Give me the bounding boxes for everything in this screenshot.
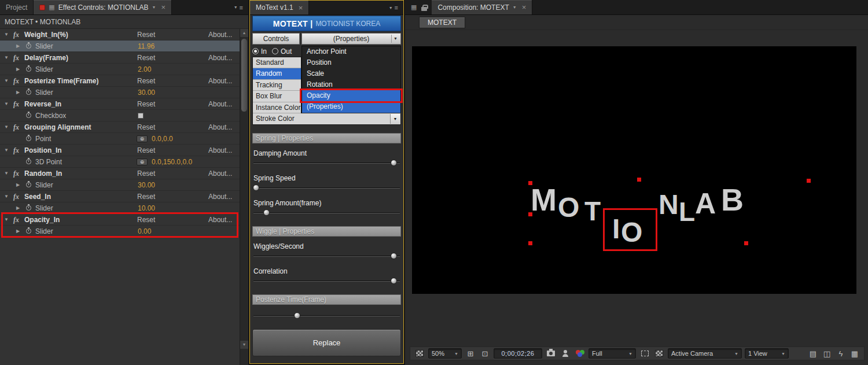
about-link[interactable]: About...: [208, 214, 232, 226]
tab-motext[interactable]: MoText v1.1 ×: [250, 1, 309, 14]
param-header-row[interactable]: ▼fxSeed_InResetAbout...: [0, 191, 240, 202]
mask-visibility-icon[interactable]: ⊡: [479, 348, 491, 359]
reset-link[interactable]: Reset: [137, 168, 155, 179]
collapse-triangle-icon[interactable]: ▼: [4, 145, 9, 156]
param-value-row[interactable]: Point⊕0.0,0.0: [0, 133, 240, 145]
reset-link[interactable]: Reset: [137, 29, 155, 40]
param-value-row[interactable]: ▶Slider30.00: [0, 179, 240, 191]
reset-link[interactable]: Reset: [137, 145, 155, 156]
fast-previews-icon[interactable]: ϟ: [835, 348, 847, 359]
lock-icon[interactable]: [421, 7, 427, 11]
about-link[interactable]: About...: [208, 75, 232, 87]
param-header-row[interactable]: ▼fxReverse_InResetAbout...: [0, 98, 240, 110]
menu-item-rotation[interactable]: Rotation: [302, 79, 400, 90]
param-header-row[interactable]: ▼fxDelay(Frame)ResetAbout...: [0, 52, 240, 64]
reset-link[interactable]: Reset: [137, 52, 155, 64]
view-options-icon[interactable]: ▤: [807, 348, 819, 359]
magnification-dropdown[interactable]: 50% ▼: [428, 348, 462, 359]
param-value[interactable]: 30.00: [138, 179, 155, 191]
param-value-row[interactable]: ▶Slider10.00: [0, 202, 240, 214]
param-value[interactable]: 0.0,0.0: [152, 133, 173, 145]
menu-item-opacity[interactable]: Opacity: [302, 90, 400, 101]
grid-options-icon[interactable]: [414, 348, 425, 359]
about-link[interactable]: About...: [208, 145, 232, 156]
slider-knob[interactable]: [294, 312, 300, 319]
snapshot-camera-icon[interactable]: [545, 348, 557, 359]
param-header-row[interactable]: ▼fxPosterize Time(Frame)ResetAbout...: [0, 75, 240, 87]
about-link[interactable]: About...: [208, 98, 232, 110]
param-header-row[interactable]: ▼fxPosition_InResetAbout...: [0, 145, 240, 156]
composition-viewport[interactable]: MOTIONLAB: [412, 46, 856, 294]
tab-effect-controls[interactable]: ▦ Effect Controls: MOTIONLAB ▼ ×: [34, 0, 172, 14]
collapse-triangle-icon[interactable]: ▼: [4, 75, 9, 87]
slider-track[interactable]: [253, 311, 400, 321]
reset-link[interactable]: Reset: [137, 121, 155, 133]
param-value[interactable]: 11.96: [138, 40, 155, 52]
scroll-thumb[interactable]: [241, 38, 248, 112]
slider-knob[interactable]: [391, 278, 397, 284]
slider-track[interactable]: [253, 276, 400, 286]
chevron-down-icon[interactable]: ▼: [391, 35, 399, 43]
tab-close-icon[interactable]: ×: [522, 3, 527, 12]
param-header-row[interactable]: ▼fxGrouping AlignmentResetAbout...: [0, 121, 240, 133]
collapse-triangle-icon[interactable]: ▼: [4, 52, 9, 64]
view-layout-dropdown[interactable]: 1 View ▼: [745, 348, 789, 359]
mode-item-box-blur[interactable]: Box Blur: [253, 91, 301, 102]
reset-link[interactable]: Reset: [137, 191, 155, 202]
menu-item-anchor-point[interactable]: Anchor Point: [302, 46, 400, 57]
grid-guides-icon[interactable]: ⊞: [465, 348, 476, 359]
scroll-up-icon[interactable]: ▲: [240, 29, 248, 37]
controls-button[interactable]: Controls: [252, 33, 300, 45]
about-link[interactable]: About...: [208, 121, 232, 133]
stopwatch-icon[interactable]: [26, 205, 31, 211]
show-channels-icon[interactable]: [574, 348, 586, 359]
viewer-tab-motext[interactable]: MOTEXT: [419, 17, 465, 28]
replace-button[interactable]: Replace: [252, 329, 401, 356]
scrollbar[interactable]: ▲ ▼: [240, 29, 248, 365]
menu-item-scale[interactable]: Scale: [302, 68, 400, 79]
param-value-row[interactable]: 3D Point⊕0.0,150.0,0.0: [0, 156, 240, 168]
param-header-row[interactable]: ▼fxOpacity_InResetAbout...: [0, 214, 240, 226]
tab-close-icon[interactable]: ×: [299, 3, 303, 12]
param-value-row[interactable]: ▶Slider30.00: [0, 87, 240, 98]
mode-item-tracking[interactable]: Tracking: [253, 80, 301, 91]
param-value-row[interactable]: ▶Slider2.00: [0, 64, 240, 75]
param-value-row[interactable]: Checkbox: [0, 110, 240, 121]
stopwatch-icon[interactable]: [26, 182, 31, 187]
stopwatch-icon[interactable]: [26, 67, 31, 72]
radio-in[interactable]: [252, 48, 259, 54]
expand-triangle-icon[interactable]: ▶: [16, 179, 20, 191]
tab-close-icon[interactable]: ×: [161, 3, 166, 12]
param-value[interactable]: 2.00: [138, 64, 151, 75]
expand-triangle-icon[interactable]: ▶: [16, 226, 20, 237]
panel-menu-button[interactable]: ▼≡: [229, 0, 248, 14]
active-camera-dropdown[interactable]: Active Camera ▼: [668, 348, 742, 359]
menu-item-properties[interactable]: (Properties): [302, 101, 400, 112]
about-link[interactable]: About...: [208, 168, 232, 179]
panel-menu-button[interactable]: ▼≡: [384, 1, 403, 14]
pixel-aspect-icon[interactable]: ◫: [821, 348, 833, 359]
menu-item-position[interactable]: Position: [302, 57, 400, 68]
resolution-dropdown[interactable]: Full ▼: [589, 348, 636, 359]
stopwatch-icon[interactable]: [26, 228, 31, 234]
slider-knob[interactable]: [263, 209, 270, 216]
region-of-interest-icon[interactable]: [639, 348, 650, 359]
param-value[interactable]: 30.00: [138, 87, 155, 98]
point-picker-icon[interactable]: ⊕: [137, 135, 148, 142]
param-value[interactable]: 10.00: [138, 202, 155, 214]
point-picker-icon[interactable]: ⊕: [137, 158, 148, 165]
tab-dropdown-icon[interactable]: ▼: [152, 5, 156, 9]
reset-link[interactable]: Reset: [137, 214, 155, 226]
slider-knob[interactable]: [391, 253, 397, 259]
expand-triangle-icon[interactable]: ▶: [16, 64, 20, 75]
mode-item-standard[interactable]: Standard: [253, 57, 301, 68]
about-link[interactable]: About...: [208, 191, 232, 202]
current-time-display[interactable]: 0;00;02;26: [494, 348, 542, 359]
mini-flowchart-icon[interactable]: ▦: [849, 348, 860, 359]
slider-track[interactable]: [253, 158, 400, 168]
stopwatch-icon[interactable]: [26, 136, 31, 141]
slider-track[interactable]: [253, 251, 400, 261]
collapse-triangle-icon[interactable]: ▼: [4, 98, 9, 110]
collapse-triangle-icon[interactable]: ▼: [4, 29, 9, 40]
mode-item-random[interactable]: Random: [253, 68, 301, 79]
